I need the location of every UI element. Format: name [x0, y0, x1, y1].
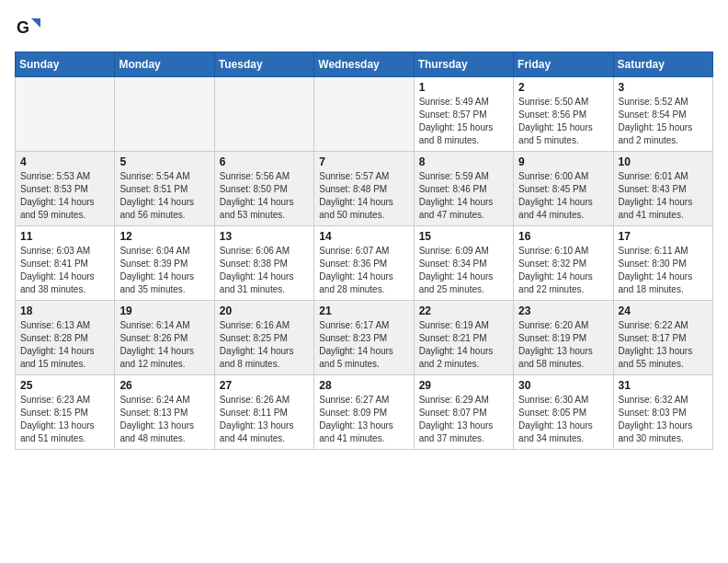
calendar-week-row: 4Sunrise: 5:53 AM Sunset: 8:53 PM Daylig… [16, 152, 713, 226]
calendar-cell [115, 77, 214, 152]
day-number: 8 [419, 155, 508, 168]
day-number: 21 [319, 304, 408, 317]
day-number: 2 [518, 81, 608, 94]
day-number: 10 [619, 155, 708, 168]
calendar-cell: 1Sunrise: 5:49 AM Sunset: 8:57 PM Daylig… [414, 77, 513, 152]
calendar-cell: 16Sunrise: 6:10 AM Sunset: 8:32 PM Dayli… [514, 226, 613, 301]
calendar-cell: 26Sunrise: 6:24 AM Sunset: 8:13 PM Dayli… [115, 375, 214, 450]
weekday-header: Sunday [16, 52, 115, 77]
calendar-cell [214, 77, 313, 152]
svg-text:G: G [17, 18, 29, 37]
day-info: Sunrise: 6:30 AM Sunset: 8:05 PM Dayligh… [518, 394, 608, 445]
day-number: 30 [518, 379, 608, 392]
logo-icon: G [15, 15, 40, 40]
day-info: Sunrise: 5:59 AM Sunset: 8:46 PM Dayligh… [419, 170, 508, 222]
day-info: Sunrise: 6:26 AM Sunset: 8:11 PM Dayligh… [220, 394, 309, 445]
day-info: Sunrise: 5:53 AM Sunset: 8:53 PM Dayligh… [20, 170, 109, 222]
day-number: 5 [119, 155, 209, 168]
day-number: 9 [518, 155, 608, 168]
day-number: 16 [518, 230, 608, 243]
day-number: 19 [119, 304, 209, 317]
day-info: Sunrise: 5:56 AM Sunset: 8:50 PM Dayligh… [220, 170, 309, 222]
calendar-cell: 22Sunrise: 6:19 AM Sunset: 8:21 PM Dayli… [414, 301, 513, 375]
day-info: Sunrise: 6:29 AM Sunset: 8:07 PM Dayligh… [419, 394, 508, 445]
calendar-table: SundayMondayTuesdayWednesdayThursdayFrid… [15, 52, 713, 450]
day-info: Sunrise: 6:20 AM Sunset: 8:19 PM Dayligh… [518, 319, 608, 371]
calendar-cell: 13Sunrise: 6:06 AM Sunset: 8:38 PM Dayli… [214, 226, 313, 301]
day-info: Sunrise: 6:22 AM Sunset: 8:17 PM Dayligh… [619, 319, 708, 371]
day-number: 7 [319, 155, 408, 168]
day-info: Sunrise: 6:17 AM Sunset: 8:23 PM Dayligh… [319, 319, 408, 371]
calendar-cell: 12Sunrise: 6:04 AM Sunset: 8:39 PM Dayli… [115, 226, 214, 301]
svg-marker-1 [31, 18, 40, 28]
calendar-week-row: 11Sunrise: 6:03 AM Sunset: 8:41 PM Dayli… [16, 226, 713, 301]
calendar-cell: 14Sunrise: 6:07 AM Sunset: 8:36 PM Dayli… [314, 226, 414, 301]
calendar-cell: 11Sunrise: 6:03 AM Sunset: 8:41 PM Dayli… [16, 226, 115, 301]
day-info: Sunrise: 5:54 AM Sunset: 8:51 PM Dayligh… [119, 170, 209, 222]
day-number: 23 [518, 304, 608, 317]
calendar-cell: 6Sunrise: 5:56 AM Sunset: 8:50 PM Daylig… [214, 152, 313, 226]
day-number: 24 [619, 304, 708, 317]
day-info: Sunrise: 6:27 AM Sunset: 8:09 PM Dayligh… [319, 394, 408, 445]
day-number: 17 [619, 230, 708, 243]
logo: G [15, 15, 44, 40]
calendar-cell: 27Sunrise: 6:26 AM Sunset: 8:11 PM Dayli… [214, 375, 313, 450]
day-number: 22 [419, 304, 508, 317]
weekday-header: Tuesday [214, 52, 313, 77]
day-info: Sunrise: 5:57 AM Sunset: 8:48 PM Dayligh… [319, 170, 408, 222]
weekday-header: Friday [514, 52, 613, 77]
day-info: Sunrise: 6:14 AM Sunset: 8:26 PM Dayligh… [119, 319, 209, 371]
weekday-header: Monday [115, 52, 214, 77]
day-number: 4 [20, 155, 109, 168]
calendar-cell: 8Sunrise: 5:59 AM Sunset: 8:46 PM Daylig… [414, 152, 513, 226]
calendar-week-row: 1Sunrise: 5:49 AM Sunset: 8:57 PM Daylig… [16, 77, 713, 152]
calendar-cell: 3Sunrise: 5:52 AM Sunset: 8:54 PM Daylig… [613, 77, 712, 152]
calendar-cell: 10Sunrise: 6:01 AM Sunset: 8:43 PM Dayli… [613, 152, 712, 226]
day-info: Sunrise: 6:32 AM Sunset: 8:03 PM Dayligh… [619, 394, 708, 445]
day-info: Sunrise: 6:03 AM Sunset: 8:41 PM Dayligh… [20, 245, 109, 296]
calendar-cell: 23Sunrise: 6:20 AM Sunset: 8:19 PM Dayli… [514, 301, 613, 375]
day-number: 3 [619, 81, 708, 94]
calendar-cell [314, 77, 414, 152]
calendar-cell: 31Sunrise: 6:32 AM Sunset: 8:03 PM Dayli… [613, 375, 712, 450]
calendar-cell: 28Sunrise: 6:27 AM Sunset: 8:09 PM Dayli… [314, 375, 414, 450]
calendar-cell: 9Sunrise: 6:00 AM Sunset: 8:45 PM Daylig… [514, 152, 613, 226]
calendar-cell [16, 77, 115, 152]
day-number: 20 [220, 304, 309, 317]
day-info: Sunrise: 6:23 AM Sunset: 8:15 PM Dayligh… [20, 394, 109, 445]
calendar-week-row: 18Sunrise: 6:13 AM Sunset: 8:28 PM Dayli… [16, 301, 713, 375]
day-info: Sunrise: 5:52 AM Sunset: 8:54 PM Dayligh… [619, 96, 708, 147]
day-info: Sunrise: 5:50 AM Sunset: 8:56 PM Dayligh… [518, 96, 608, 147]
day-number: 14 [319, 230, 408, 243]
weekday-header: Saturday [613, 52, 712, 77]
day-info: Sunrise: 6:11 AM Sunset: 8:30 PM Dayligh… [619, 245, 708, 296]
day-info: Sunrise: 6:19 AM Sunset: 8:21 PM Dayligh… [419, 319, 508, 371]
day-info: Sunrise: 6:07 AM Sunset: 8:36 PM Dayligh… [319, 245, 408, 296]
day-number: 25 [20, 379, 109, 392]
day-info: Sunrise: 6:16 AM Sunset: 8:25 PM Dayligh… [220, 319, 309, 371]
day-info: Sunrise: 6:13 AM Sunset: 8:28 PM Dayligh… [20, 319, 109, 371]
day-info: Sunrise: 6:04 AM Sunset: 8:39 PM Dayligh… [119, 245, 209, 296]
calendar-cell: 2Sunrise: 5:50 AM Sunset: 8:56 PM Daylig… [514, 77, 613, 152]
calendar-cell: 29Sunrise: 6:29 AM Sunset: 8:07 PM Dayli… [414, 375, 513, 450]
day-info: Sunrise: 6:24 AM Sunset: 8:13 PM Dayligh… [119, 394, 209, 445]
day-info: Sunrise: 6:01 AM Sunset: 8:43 PM Dayligh… [619, 170, 708, 222]
calendar-cell: 30Sunrise: 6:30 AM Sunset: 8:05 PM Dayli… [514, 375, 613, 450]
page-header: G [15, 15, 713, 40]
day-info: Sunrise: 6:06 AM Sunset: 8:38 PM Dayligh… [220, 245, 309, 296]
calendar-week-row: 25Sunrise: 6:23 AM Sunset: 8:15 PM Dayli… [16, 375, 713, 450]
day-number: 15 [419, 230, 508, 243]
calendar-cell: 19Sunrise: 6:14 AM Sunset: 8:26 PM Dayli… [115, 301, 214, 375]
calendar-cell: 4Sunrise: 5:53 AM Sunset: 8:53 PM Daylig… [16, 152, 115, 226]
weekday-header: Thursday [414, 52, 513, 77]
day-number: 27 [220, 379, 309, 392]
calendar-cell: 20Sunrise: 6:16 AM Sunset: 8:25 PM Dayli… [214, 301, 313, 375]
day-info: Sunrise: 6:09 AM Sunset: 8:34 PM Dayligh… [419, 245, 508, 296]
calendar-cell: 21Sunrise: 6:17 AM Sunset: 8:23 PM Dayli… [314, 301, 414, 375]
weekday-header-row: SundayMondayTuesdayWednesdayThursdayFrid… [16, 52, 713, 77]
weekday-header: Wednesday [314, 52, 414, 77]
calendar-cell: 24Sunrise: 6:22 AM Sunset: 8:17 PM Dayli… [613, 301, 712, 375]
calendar-cell: 18Sunrise: 6:13 AM Sunset: 8:28 PM Dayli… [16, 301, 115, 375]
day-number: 11 [20, 230, 109, 243]
day-number: 18 [20, 304, 109, 317]
